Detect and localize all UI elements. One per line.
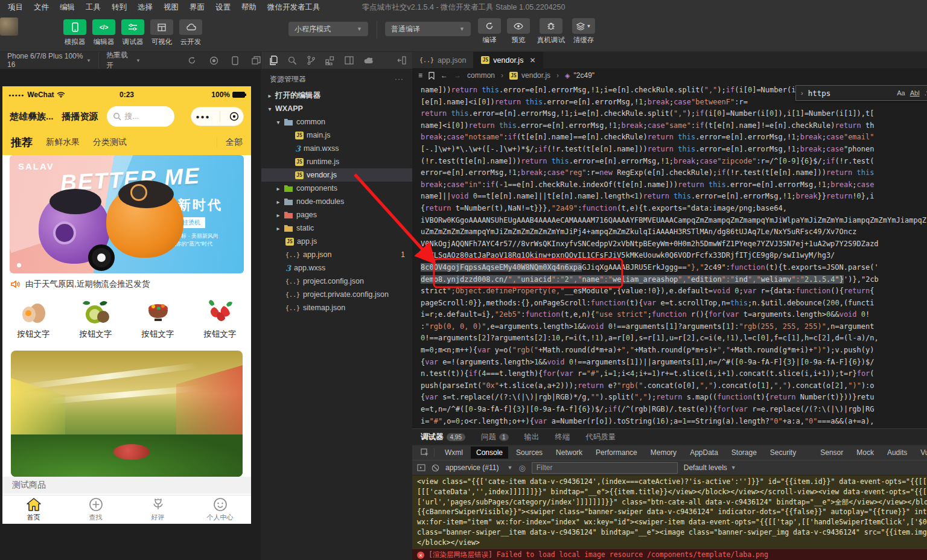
devtools-tab-sources[interactable]: Sources xyxy=(511,447,548,459)
console-output[interactable]: <view class="{{['cate-item data-v-c94361… xyxy=(412,476,927,549)
banner-swiper[interactable]: SALAV BETTER ME 蒸服新时代 做懂你的挂烫机 魅力新目标 · 美丽… xyxy=(10,155,244,273)
find-input[interactable]: https xyxy=(808,89,893,98)
devtools-tab-vulnerabilities[interactable]: Vulnerabilities xyxy=(915,447,927,459)
devtools-tab-network[interactable]: Network xyxy=(550,447,588,459)
tree-item-pages[interactable]: ▸ pages xyxy=(261,208,412,221)
tree-item-project-private-config[interactable]: {..} project.private.config.json xyxy=(261,288,412,301)
multi-window-icon[interactable] xyxy=(252,56,261,65)
tree-item-app-json[interactable]: {..} app.json 1 xyxy=(261,248,412,261)
tree-item-app-js[interactable]: JS app.js xyxy=(261,235,412,248)
simulator-toggle-button[interactable]: 模拟器 xyxy=(63,19,87,46)
breadcrumb-symbol[interactable]: ◈"2c49" xyxy=(565,71,594,80)
devtools-tab-mock[interactable]: Mock xyxy=(851,447,879,459)
workspace-root[interactable]: ▾ WXAPP xyxy=(261,102,412,115)
open-editors-section[interactable]: ▸ 打开的编辑器 xyxy=(261,89,412,102)
tree-item-node-modules[interactable]: ▸ node-modules xyxy=(261,195,412,208)
tabbar-search[interactable]: 查找 xyxy=(65,495,127,524)
match-case-icon[interactable]: Aa xyxy=(897,89,905,97)
tree-item-components[interactable]: ▸ components xyxy=(261,182,412,195)
execution-context-dropdown[interactable]: appservice (#11) ▼ xyxy=(445,463,512,472)
search-icon[interactable] xyxy=(288,56,297,65)
tree-item-vendor-js[interactable]: JS vendor.js xyxy=(261,168,412,182)
all-categories-button[interactable]: 全部 xyxy=(217,137,243,148)
stop-icon[interactable] xyxy=(209,56,218,65)
panel-tab-terminal[interactable]: 终端 xyxy=(555,432,570,442)
tab-app-json[interactable]: {..} app.json xyxy=(412,52,474,68)
devtools-tab-security[interactable]: Security xyxy=(765,447,801,459)
panel-tab-output[interactable]: 输出 xyxy=(524,432,540,442)
devtools-tab-wxml[interactable]: Wxml xyxy=(439,447,468,459)
device-selector[interactable]: Phone 6/7/8 Plus 100% 16▼ xyxy=(0,52,98,69)
tree-item-common[interactable]: ▾ common xyxy=(261,115,412,129)
devtools-tab-audits[interactable]: Audits xyxy=(882,447,913,459)
find-expand-icon[interactable]: › xyxy=(801,89,803,97)
console-sidebar-icon[interactable] xyxy=(417,464,425,471)
clear-console-icon[interactable] xyxy=(432,464,439,472)
device-frame-icon[interactable] xyxy=(232,56,238,65)
product-image-card[interactable] xyxy=(11,351,243,477)
git-branch-icon[interactable] xyxy=(307,56,315,65)
tab-recommend[interactable]: 推荐 xyxy=(11,135,33,150)
cloud-dev-button[interactable]: 云开发 xyxy=(179,19,203,46)
menu-devtools[interactable]: 微信开发者工具 xyxy=(262,2,326,13)
panel-tab-problems[interactable]: 问题 1 xyxy=(481,432,509,442)
tab-vendor-js[interactable]: JS vendor.js ✕ xyxy=(474,52,543,68)
regex-icon[interactable]: .* xyxy=(925,89,927,97)
devtools-tab-appdata[interactable]: AppData xyxy=(684,447,724,459)
tree-item-project-config[interactable]: {..} project.config.json xyxy=(261,275,412,288)
menu-goto[interactable]: 转到 xyxy=(106,2,132,13)
quick-button-3[interactable]: 按钮文字 xyxy=(127,299,189,347)
inspect-element-icon[interactable] xyxy=(416,448,435,457)
menu-settings[interactable]: 设置 xyxy=(210,2,236,13)
devtools-tab-storage[interactable]: Storage xyxy=(726,447,762,459)
quick-button-4[interactable]: 按钮文字 xyxy=(189,299,251,347)
clear-cache-button[interactable]: ▼ 清缓存 xyxy=(570,18,597,45)
preview-button[interactable]: 预览 xyxy=(505,18,532,45)
tree-item-main-js[interactable]: JS main.js xyxy=(261,129,412,142)
visualize-toggle-button[interactable]: 可视化 xyxy=(150,19,174,46)
devtools-tab-memory[interactable]: Memory xyxy=(645,447,682,459)
more-actions-icon[interactable]: ··· xyxy=(395,75,404,83)
tencent-cloud-icon[interactable] xyxy=(364,57,374,65)
quick-button-1[interactable]: 按钮文字 xyxy=(2,299,65,347)
quick-button-2[interactable]: 按钮文字 xyxy=(65,299,127,347)
menu-tools[interactable]: 工具 xyxy=(80,2,106,13)
code-area[interactable]: name]))return this.error=e[n].errorMsg,!… xyxy=(412,83,927,428)
tree-item-sitemap-json[interactable]: {..} sitemap.json xyxy=(261,301,412,314)
tabbar-home[interactable]: 首页 xyxy=(2,495,65,524)
mode-dropdown[interactable]: 小程序模式▼ xyxy=(288,22,368,36)
hot-reload-toggle[interactable]: 热重载 开▼ xyxy=(98,52,148,69)
explorer-icon[interactable] xyxy=(269,56,278,65)
devtools-tab-console[interactable]: Console xyxy=(471,447,508,459)
resource-tab[interactable]: 播播资源 xyxy=(62,111,98,122)
panel-tab-code-quality[interactable]: 代码质量 xyxy=(586,432,616,442)
outline-icon[interactable]: ≡ xyxy=(418,71,422,80)
editor-toggle-button[interactable]: </> 编辑器 xyxy=(92,19,116,46)
forward-arrow-icon[interactable]: → xyxy=(454,71,461,80)
tree-item-runtime-js[interactable]: JS runtime.js xyxy=(261,155,412,168)
menu-view[interactable]: 视图 xyxy=(158,2,184,13)
tab-category-test[interactable]: 分类测试 xyxy=(93,137,127,148)
bookmark-icon[interactable] xyxy=(428,72,435,80)
eye-filter-icon[interactable]: ◎ xyxy=(518,463,525,472)
tabbar-profile[interactable]: 个人中心 xyxy=(189,495,251,524)
close-icon[interactable]: ✕ xyxy=(529,56,535,65)
menu-edit[interactable]: 编辑 xyxy=(54,2,80,13)
breadcrumb-file[interactable]: JSvendor.js xyxy=(509,71,550,80)
search-input[interactable]: 搜... xyxy=(107,106,174,127)
log-levels-dropdown[interactable]: Default levels ▼ xyxy=(684,463,736,472)
compile-button[interactable]: 编译 xyxy=(476,18,503,45)
menu-file[interactable]: 文件 xyxy=(28,2,54,13)
menu-help[interactable]: 帮助 xyxy=(236,2,262,13)
more-icon[interactable]: ●●● xyxy=(196,113,210,120)
devtools-tab-performance[interactable]: Performance xyxy=(590,447,643,459)
tree-item-main-wxss[interactable]: 3 main.wxss xyxy=(261,142,412,155)
back-arrow-icon[interactable]: ← xyxy=(441,71,448,80)
whole-word-icon[interactable]: Abl xyxy=(910,89,920,97)
rotate-icon[interactable] xyxy=(188,56,196,65)
tab-fresh-fruit[interactable]: 新鲜水果 xyxy=(46,137,80,148)
panel-tab-debugger[interactable]: 调试器 4,95 xyxy=(421,432,465,442)
remote-debug-button[interactable]: 真机调试 xyxy=(537,18,565,45)
debugger-toggle-button[interactable]: 调试器 xyxy=(121,19,145,46)
city-tab[interactable]: 楚雄彝族... xyxy=(10,111,54,122)
